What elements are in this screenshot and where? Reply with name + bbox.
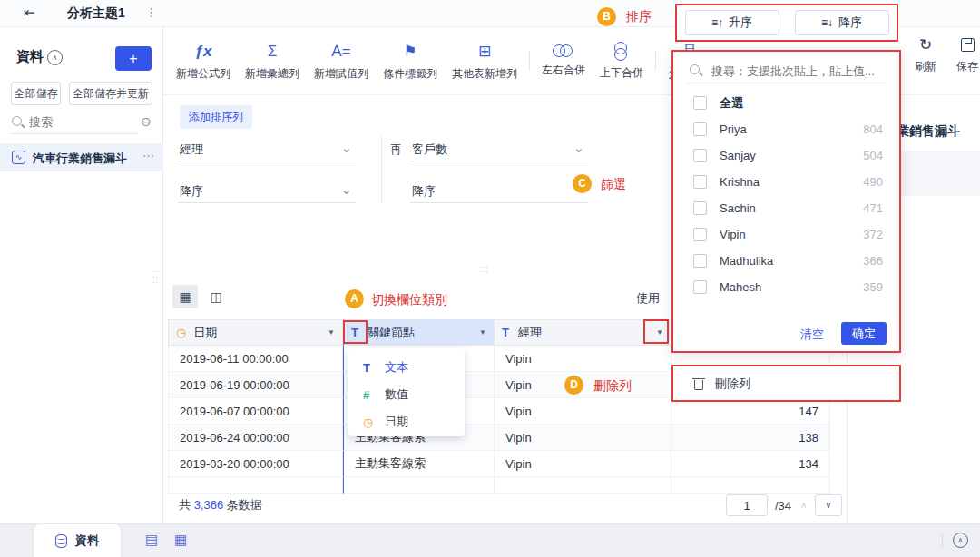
refresh-icon: ↻ bbox=[919, 34, 932, 54]
sort-field-select-1[interactable]: 經理 ⌄ bbox=[178, 136, 356, 161]
annotation-badge-d: D bbox=[564, 376, 583, 395]
checkbox-icon[interactable] bbox=[693, 149, 707, 162]
filter-option[interactable]: Madhulika 366 bbox=[673, 248, 903, 274]
refresh-button[interactable]: ↻ 刷新 bbox=[915, 34, 936, 74]
type-label: 日期 bbox=[385, 414, 408, 430]
filter-confirm-button[interactable]: 确定 bbox=[841, 322, 887, 345]
table-row[interactable]: 2019-06-07 00:00:00 Vipin 147 bbox=[168, 398, 830, 425]
column-label: 經理 bbox=[518, 325, 542, 341]
delete-column-popup[interactable]: 刪除列 bbox=[671, 365, 901, 402]
sort-order-value: 降序 bbox=[412, 183, 436, 200]
checkbox-icon[interactable] bbox=[693, 175, 707, 189]
filter-option[interactable]: Krishna 490 bbox=[673, 169, 903, 195]
add-formula-column-button[interactable]: ƒx 新增公式列 bbox=[169, 41, 238, 82]
table-row[interactable]: 2019-03-20 00:00:00 主動集客線索 Vipin 134 bbox=[168, 451, 830, 477]
filter-count: 366 bbox=[863, 254, 883, 268]
panel-resize-handle[interactable]: ∙∙ ∙∙ ∙∙ bbox=[152, 269, 159, 285]
annotation-label-d: 删除列 bbox=[593, 378, 632, 395]
cell-value: 147 bbox=[671, 398, 830, 425]
total-suffix: 条数据 bbox=[227, 498, 262, 512]
text-type-icon: T bbox=[363, 361, 385, 375]
toolbar-label: 條件標籤列 bbox=[383, 66, 437, 82]
filter-option-select-all[interactable]: 全選 bbox=[673, 90, 903, 116]
usage-label: 使用 bbox=[636, 290, 671, 307]
sort-asc-icon: ≡↑ bbox=[711, 16, 723, 29]
union-vertical-button[interactable]: 上下合併 bbox=[593, 42, 651, 81]
annotation-label-c: 篩選 bbox=[601, 177, 626, 193]
add-sort-column-button[interactable]: 添加排序列 bbox=[180, 105, 252, 129]
sort-order-select-2[interactable]: 降序 bbox=[410, 178, 588, 203]
dataset-name[interactable]: 汽車行業銷售漏斗 bbox=[33, 151, 127, 167]
sort-asc-button[interactable]: ≡↑ 升序 bbox=[685, 10, 779, 35]
page-number-input[interactable] bbox=[726, 494, 768, 516]
add-table-icon[interactable]: ▦ bbox=[174, 532, 187, 548]
column-header-date[interactable]: ◷ 日期 ▼ bbox=[168, 319, 343, 346]
checkbox-icon[interactable] bbox=[693, 280, 707, 294]
other-table-column-button[interactable]: ⊞ 其他表新增列 bbox=[445, 41, 524, 82]
collapse-icon[interactable]: ∧ bbox=[47, 50, 63, 65]
dataset-more-icon[interactable]: ⋯ bbox=[142, 149, 154, 162]
sort-order-select-1[interactable]: 降序 ⌄ bbox=[178, 178, 356, 203]
save-button[interactable]: 保存 bbox=[956, 34, 978, 74]
search-icon bbox=[690, 64, 702, 77]
caret-down-icon[interactable]: ▼ bbox=[328, 328, 335, 337]
annotation-badge-b: B bbox=[597, 7, 616, 26]
toolbar-label: 上下合併 bbox=[600, 65, 643, 81]
cell-manager: Vipin bbox=[495, 425, 671, 451]
total-count-text: 共 3,366 条数据 bbox=[179, 497, 262, 513]
flag-icon: ⚑ bbox=[403, 41, 416, 63]
column-label: 關鍵節點 bbox=[368, 325, 415, 341]
filter-option[interactable]: Sachin 471 bbox=[673, 195, 903, 221]
filter-option[interactable]: Priya 804 bbox=[673, 116, 903, 142]
checkbox-icon[interactable] bbox=[693, 96, 707, 110]
add-assign-column-button[interactable]: A= 新增賦值列 bbox=[307, 41, 376, 82]
add-chart-icon[interactable]: ▤ bbox=[145, 532, 158, 548]
splitter-handle[interactable]: ∙∙∙ ∙∙∙ bbox=[479, 265, 489, 274]
filter-label: Krishna bbox=[720, 175, 760, 189]
save-all-button[interactable]: 全部儲存 bbox=[11, 82, 61, 105]
total-count: 3,366 bbox=[194, 498, 224, 512]
save-all-update-button[interactable]: 全部儲存并更新 bbox=[69, 82, 152, 105]
add-aggregate-column-button[interactable]: Σ 新增彙總列 bbox=[238, 41, 307, 82]
dataset-search-input[interactable] bbox=[29, 111, 131, 132]
chevron-down-icon: ⌄ bbox=[573, 140, 584, 156]
add-dataset-button[interactable]: + bbox=[115, 46, 152, 71]
exit-icon[interactable]: ⇤ bbox=[24, 5, 35, 21]
delete-column-label: 刪除列 bbox=[715, 376, 750, 392]
filter-count: 372 bbox=[863, 228, 883, 241]
sort-order-value: 降序 bbox=[180, 183, 203, 200]
cell-keypoint: 主動集客線索 bbox=[343, 451, 495, 477]
filter-popup: 全選 Priya 804 Sanjay 504 Krishna 490 Sach… bbox=[671, 50, 901, 353]
sort-divider bbox=[381, 136, 382, 203]
checkbox-icon[interactable] bbox=[693, 254, 707, 268]
caret-down-icon[interactable]: ▼ bbox=[479, 328, 486, 337]
page-up-icon[interactable]: ∧ bbox=[800, 500, 807, 510]
page-down-button[interactable]: ∨ bbox=[815, 494, 842, 516]
tab-data[interactable]: 資料 bbox=[33, 523, 122, 557]
cell-value bbox=[671, 477, 830, 494]
toolbar-label: 新增公式列 bbox=[176, 66, 230, 82]
filter-option[interactable]: Vipin 372 bbox=[673, 221, 903, 248]
table-row[interactable]: 2019-06-24 00:00:00 主動集客線索 Vipin 138 bbox=[168, 425, 830, 451]
scroll-top-icon[interactable]: ∧ bbox=[953, 533, 968, 548]
more-vertical-icon[interactable]: ⋮ bbox=[145, 5, 157, 19]
filter-option[interactable]: Mahesh 359 bbox=[673, 274, 903, 300]
layout-view-button[interactable]: ◫ bbox=[203, 285, 229, 308]
sort-field-select-2[interactable]: 客戶數 ⌄ bbox=[410, 136, 588, 161]
filter-option[interactable]: Sanjay 504 bbox=[673, 142, 903, 169]
checkbox-icon[interactable] bbox=[693, 122, 707, 136]
column-label: 日期 bbox=[193, 325, 217, 341]
sort-desc-button[interactable]: ≡↓ 降序 bbox=[795, 10, 889, 35]
grid-view-button[interactable]: ▦ bbox=[172, 285, 198, 308]
type-option-date[interactable]: ◷ 日期 bbox=[348, 408, 465, 435]
filter-search-input[interactable] bbox=[711, 60, 888, 82]
condition-tag-column-button[interactable]: ⚑ 條件標籤列 bbox=[376, 41, 445, 82]
checkbox-icon[interactable] bbox=[693, 228, 707, 241]
checkbox-icon[interactable] bbox=[693, 201, 707, 215]
join-horizontal-button[interactable]: 左右合併 bbox=[534, 44, 593, 78]
type-option-number[interactable]: # 數值 bbox=[348, 381, 465, 408]
filter-clear-button[interactable]: 清空 bbox=[800, 327, 824, 343]
type-option-text[interactable]: T 文本 bbox=[348, 354, 465, 381]
filter-label: Mahesh bbox=[720, 280, 761, 294]
minus-circle-icon[interactable]: ⊖ bbox=[141, 114, 152, 129]
